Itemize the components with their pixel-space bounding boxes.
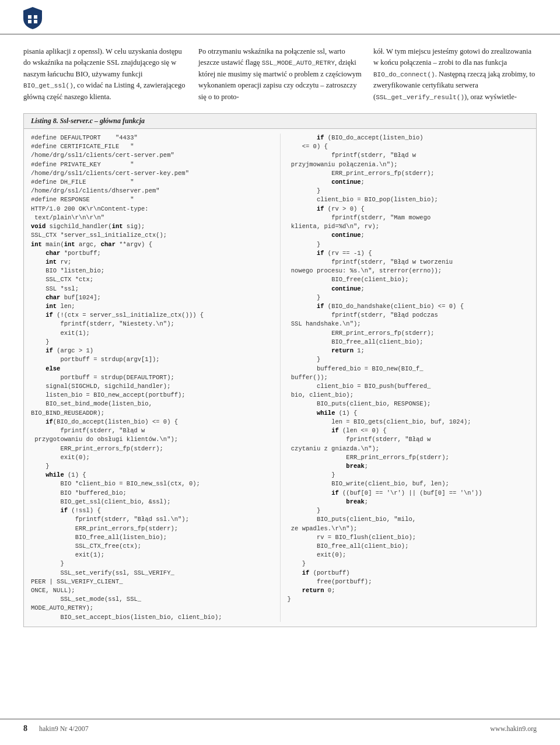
intro-col-left: pisania aplikacji z openssl). W celu uzy…	[23, 46, 187, 103]
code-left-pre: #define DEFAULTPORT "4433" #define CERTI…	[31, 134, 273, 622]
code-right-pre: if (BIO_do_accept(listen_bio) <= 0) { fp…	[288, 134, 530, 604]
code-left-column: #define DEFAULTPORT "4433" #define CERTI…	[24, 134, 281, 622]
listing-title: Listing 8. Ssl-server.c – główna funkcja	[24, 114, 536, 129]
code-right-column: if (BIO_do_accept(listen_bio) <= 0) { fp…	[281, 134, 537, 622]
code-ref-4: SSL_get_verify_result()	[376, 94, 464, 101]
footer-page-number: 8	[23, 724, 27, 733]
intro-col-right: kół. W tym miejscu jesteśmy gotowi do zr…	[373, 46, 537, 103]
code-ref-1: BIO_get_ssl()	[23, 82, 74, 89]
logo-icon	[23, 7, 42, 29]
intro-text-area: pisania aplikacji z openssl). W celu uzy…	[0, 34, 560, 103]
page: pisania aplikacji z openssl). W celu uzy…	[0, 0, 560, 745]
footer: 8 hakin9 Nr 4/2007 www.hakin9.org	[0, 719, 560, 733]
code-ref-3: BIO_do_connect()	[373, 71, 435, 78]
listing-content: #define DEFAULTPORT "4433" #define CERTI…	[24, 129, 536, 627]
code-ref-2: SSL_MODE_AUTO_RETRY	[262, 60, 335, 67]
intro-middle-text: Po otrzymaniu wskaźnika na połączenie ss…	[198, 46, 362, 103]
listing-box: Listing 8. Ssl-server.c – główna funkcja…	[23, 113, 537, 627]
footer-website: www.hakin9.org	[490, 725, 537, 733]
intro-col-middle: Po otrzymaniu wskaźnika na połączenie ss…	[198, 46, 362, 103]
footer-publication: hakin9 Nr 4/2007	[39, 725, 490, 733]
intro-left-text: pisania aplikacji z openssl). W celu uzy…	[23, 46, 187, 103]
intro-right-text: kół. W tym miejscu jesteśmy gotowi do zr…	[373, 46, 537, 103]
header	[0, 0, 560, 34]
